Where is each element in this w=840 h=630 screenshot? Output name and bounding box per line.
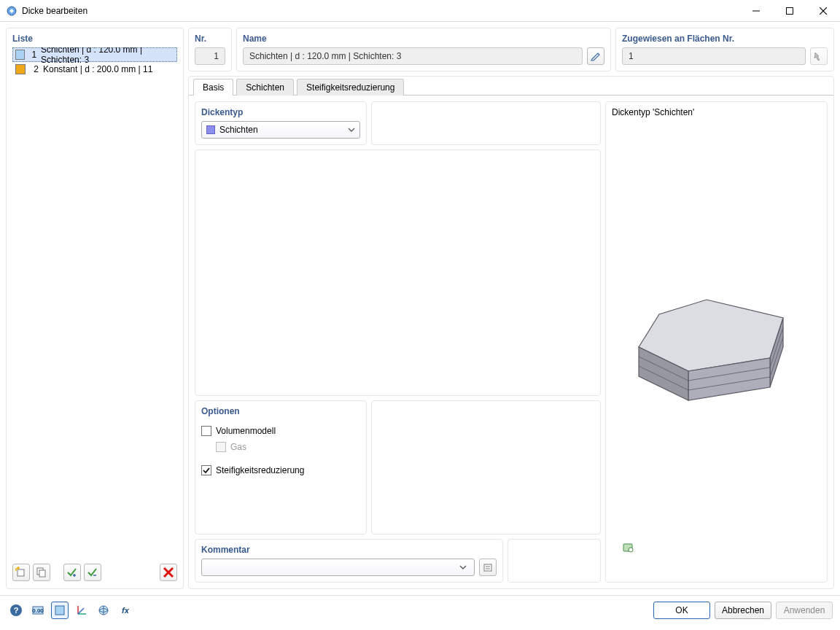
new-button[interactable] (12, 564, 30, 581)
svg-point-24 (629, 548, 633, 552)
tab-steifigkeitsreduzierung[interactable]: Steifigkeitsreduzierung (297, 79, 404, 96)
kommentar-library-button[interactable] (479, 559, 497, 576)
gas-label: Gas (230, 442, 246, 452)
svg-rect-2 (787, 7, 793, 14)
steif-checkbox[interactable] (201, 465, 211, 475)
check-toggle-1-button[interactable] (63, 564, 81, 581)
nr-label: Nr. (195, 33, 225, 47)
list-label: Liste (12, 33, 177, 47)
window-title: Dicke bearbeiten (22, 6, 739, 16)
blank-panel-main (195, 149, 601, 396)
name-label: Name (243, 33, 604, 47)
list-item-index: 1 (29, 50, 37, 60)
pick-surfaces-button[interactable] (810, 47, 828, 65)
tabstrip: Basis Schichten Steifigkeitsreduzierung (189, 77, 833, 96)
app-icon (6, 5, 18, 17)
cancel-button[interactable]: Abbrechen (715, 602, 771, 619)
list-group: Liste 1 Schichten | d : 120.0 mm | Schic… (6, 28, 184, 589)
list-item-swatch (15, 64, 26, 74)
view-button[interactable] (51, 602, 69, 619)
optionen-label: Optionen (201, 405, 360, 420)
chevron-down-icon (348, 126, 355, 133)
steif-label: Steifigkeitsreduzierung (216, 465, 304, 475)
preview-title: Dickentyp 'Schichten' (612, 106, 821, 121)
assigned-group: Zugewiesen an Flächen Nr. 1 (615, 28, 834, 71)
svg-line-32 (78, 608, 84, 614)
list-toolbar (12, 562, 177, 583)
list-item-index: 2 (30, 64, 39, 74)
check-toggle-2-button[interactable] (84, 564, 101, 581)
delete-button[interactable] (160, 564, 177, 581)
assigned-value: 1 (629, 51, 634, 61)
svg-text:0.00: 0.00 (32, 607, 44, 614)
kommentar-label: Kommentar (201, 544, 497, 559)
close-button[interactable] (806, 0, 840, 22)
dickentyp-label: Dickentyp (201, 106, 360, 121)
assigned-field: 1 (622, 47, 806, 65)
nr-value: 1 (214, 51, 219, 61)
blank-panel-top (371, 101, 601, 145)
tab-container: Basis Schichten Steifigkeitsreduzierung … (188, 76, 834, 589)
help-button[interactable]: ? (7, 602, 25, 619)
assigned-label: Zugewiesen an Flächen Nr. (622, 33, 828, 47)
footer: ? 0.00 fx OK Abbrechen Anwenden (0, 595, 840, 624)
list-item-label: Konstant | d : 200.0 mm | 11 (43, 64, 152, 74)
tab-schichten[interactable]: Schichten (236, 79, 294, 96)
kommentar-input[interactable] (202, 559, 459, 575)
preview-panel: Dickentyp 'Schichten' (605, 101, 828, 583)
fx-button[interactable]: fx (117, 602, 134, 619)
chevron-down-icon[interactable] (459, 564, 474, 571)
blank-panel-bottom (508, 539, 601, 583)
svg-text:fx: fx (122, 606, 130, 615)
axis-button[interactable] (73, 602, 90, 619)
list-item[interactable]: 1 Schichten | d : 120.0 mm | Schichten: … (12, 47, 177, 62)
name-field: Schichten | d : 120.0 mm | Schichten: 3 (243, 47, 583, 65)
layer-color-icon (206, 125, 215, 134)
units-button[interactable]: 0.00 (29, 602, 47, 619)
list-item-swatch (15, 50, 25, 60)
dickentyp-combo[interactable]: Schichten (201, 121, 360, 139)
blank-panel-mid (371, 400, 601, 534)
svg-text:?: ? (14, 606, 19, 615)
maximize-button[interactable] (773, 0, 806, 22)
volumen-checkbox[interactable] (201, 426, 211, 436)
copy-button[interactable] (33, 564, 50, 581)
volumen-label: Volumenmodell (216, 426, 276, 436)
title-bar: Dicke bearbeiten (0, 0, 840, 22)
preview-settings-button[interactable] (619, 539, 637, 556)
nr-group: Nr. 1 (188, 28, 232, 71)
kommentar-combo[interactable] (201, 559, 475, 576)
kommentar-group: Kommentar (195, 539, 503, 583)
ok-button[interactable]: OK (653, 602, 710, 619)
header-fields: Nr. 1 Name Schichten | d : 120.0 mm | Sc… (188, 28, 834, 71)
svg-rect-5 (18, 569, 24, 576)
dickentyp-group: Dickentyp Schichten (195, 101, 367, 145)
preview-canvas (612, 121, 821, 562)
minimize-button[interactable] (739, 0, 773, 22)
thickness-list[interactable]: 1 Schichten | d : 120.0 mm | Schichten: … (12, 47, 177, 558)
optionen-group: Optionen Volumenmodell (195, 400, 367, 534)
gas-checkbox (216, 442, 226, 452)
apply-button: Anwenden (776, 602, 833, 619)
list-item-label: Schichten | d : 120.0 mm | Schichten: 3 (41, 47, 174, 65)
edit-name-button[interactable] (587, 47, 604, 65)
svg-rect-29 (55, 606, 64, 615)
tab-basis[interactable]: Basis (193, 79, 233, 96)
svg-rect-7 (39, 570, 45, 577)
svg-rect-10 (484, 564, 491, 571)
nr-field: 1 (195, 47, 225, 65)
globe-button[interactable] (95, 602, 112, 619)
name-group: Name Schichten | d : 120.0 mm | Schichte… (236, 28, 611, 71)
list-item[interactable]: 2 Konstant | d : 200.0 mm | 11 (12, 62, 177, 77)
dickentyp-value: Schichten (219, 125, 258, 135)
name-value: Schichten | d : 120.0 mm | Schichten: 3 (249, 51, 401, 61)
layers-3d-icon (612, 121, 816, 544)
